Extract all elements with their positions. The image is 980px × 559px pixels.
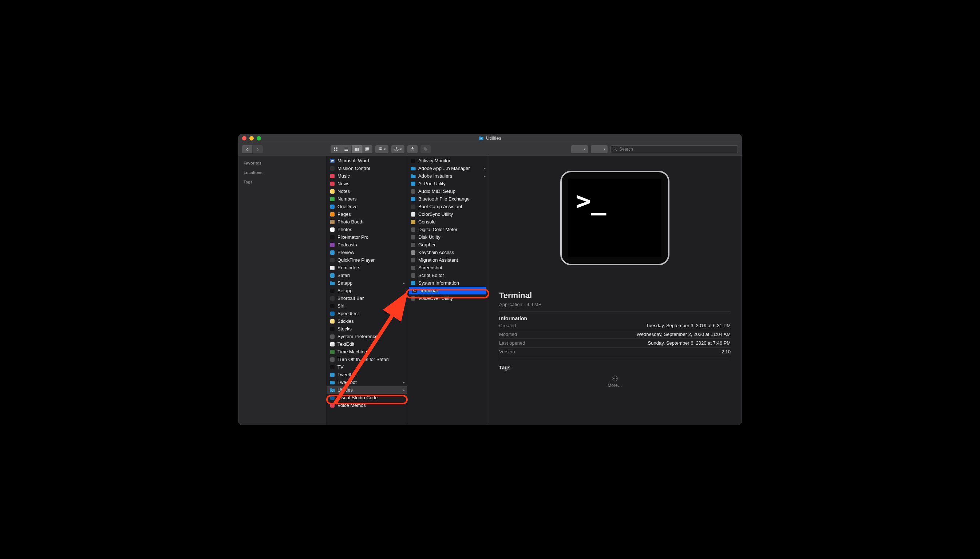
svg-rect-37 bbox=[330, 266, 334, 270]
utils-item[interactable]: Bluetooth File Exchange bbox=[407, 195, 488, 203]
utils-item[interactable]: System Information bbox=[407, 279, 488, 287]
apps-item[interactable]: Setapp bbox=[326, 287, 407, 294]
apps-item[interactable]: Tweetbot▸ bbox=[326, 379, 407, 386]
apps-item[interactable]: Voice Memos bbox=[326, 402, 407, 409]
script-icon bbox=[410, 273, 416, 278]
tags-button[interactable] bbox=[420, 145, 430, 153]
utils-item[interactable]: Screenshot bbox=[407, 264, 488, 271]
apps-item[interactable]: Time Machine bbox=[326, 348, 407, 356]
utils-item[interactable]: ColorSync Utility bbox=[407, 210, 488, 218]
close-button[interactable] bbox=[242, 136, 247, 141]
utils-item[interactable]: Disk Utility bbox=[407, 233, 488, 241]
item-label: Console bbox=[418, 219, 436, 225]
apps-item[interactable]: Siri bbox=[326, 302, 407, 310]
apps-item[interactable]: Stocks bbox=[326, 325, 407, 332]
apps-item[interactable]: Tweetbot bbox=[326, 371, 407, 379]
search-field[interactable] bbox=[611, 145, 738, 153]
utils-item[interactable]: AirPort Utility bbox=[407, 180, 488, 187]
item-label: Boot Camp Assistant bbox=[418, 204, 462, 209]
item-label: Mission Control bbox=[338, 165, 370, 171]
apps-item[interactable]: Mission Control bbox=[326, 164, 407, 172]
apps-item[interactable]: Speedtest bbox=[326, 310, 407, 318]
sysprefs-icon bbox=[329, 334, 335, 339]
content: Favorites Locations Tags WMicrosoft Word… bbox=[238, 156, 742, 425]
dropdown-2[interactable]: ▾ bbox=[591, 145, 608, 153]
view-columns-button[interactable] bbox=[351, 145, 362, 153]
chevron-right-icon: ▸ bbox=[403, 281, 405, 285]
item-label: Utilities bbox=[338, 387, 353, 393]
apps-item[interactable]: Pages bbox=[326, 210, 407, 218]
apps-item[interactable]: Safari bbox=[326, 271, 407, 279]
apps-item[interactable]: Pixelmator Pro bbox=[326, 233, 407, 241]
utils-item[interactable]: Adobe Installers▸ bbox=[407, 172, 488, 180]
utils-item[interactable]: Grapher bbox=[407, 241, 488, 248]
apps-item[interactable]: Photos bbox=[326, 226, 407, 233]
bulb-icon bbox=[329, 357, 335, 362]
item-label: Numbers bbox=[338, 196, 357, 202]
apps-item[interactable]: System Preferences bbox=[326, 332, 407, 340]
info-heading: Information bbox=[499, 316, 731, 321]
more-button[interactable]: ⋯ More… bbox=[499, 370, 731, 393]
apps-item[interactable]: Notes bbox=[326, 187, 407, 195]
maximize-button[interactable] bbox=[257, 136, 261, 141]
utils-item[interactable]: Digital Color Meter bbox=[407, 226, 488, 233]
apps-item[interactable]: News bbox=[326, 180, 407, 187]
item-label: Time Machine bbox=[338, 349, 367, 354]
apps-item[interactable]: QuickTime Player bbox=[326, 256, 407, 264]
utils-item[interactable]: Script Editor bbox=[407, 271, 488, 279]
dropdown-1[interactable]: ▾ bbox=[571, 145, 588, 153]
apps-item[interactable]: TextEdit bbox=[326, 340, 407, 348]
arrange-button[interactable]: ▾ bbox=[375, 145, 389, 153]
action-button[interactable]: ▾ bbox=[391, 145, 404, 153]
svg-rect-7 bbox=[356, 147, 358, 150]
svg-rect-33 bbox=[330, 235, 334, 240]
utils-item[interactable]: Terminal bbox=[409, 287, 487, 294]
svg-rect-49 bbox=[330, 350, 334, 354]
svg-rect-66 bbox=[411, 189, 416, 194]
utils-item[interactable]: Migration Assistant bbox=[407, 256, 488, 264]
sidebar-heading-locations[interactable]: Locations bbox=[243, 168, 321, 177]
item-label: Microsoft Word bbox=[338, 158, 369, 164]
apps-item[interactable]: Photo Booth bbox=[326, 218, 407, 226]
item-label: TV bbox=[338, 364, 344, 370]
column-utilities[interactable]: Activity MonitorAdobe Appl…n Manager▸Ado… bbox=[407, 156, 488, 425]
item-label: Siri bbox=[338, 303, 344, 309]
apps-item[interactable]: OneDrive bbox=[326, 203, 407, 210]
tv-icon bbox=[329, 364, 335, 370]
apps-item[interactable]: Music bbox=[326, 172, 407, 180]
search-input[interactable] bbox=[619, 147, 735, 152]
utils-item[interactable]: Boot Camp Assistant bbox=[407, 203, 488, 210]
photos-icon bbox=[329, 227, 335, 233]
apps-item[interactable]: WMicrosoft Word bbox=[326, 157, 407, 164]
info-key: Modified bbox=[499, 332, 517, 337]
apps-item[interactable]: Setapp▸ bbox=[326, 279, 407, 287]
minimize-button[interactable] bbox=[249, 136, 254, 141]
share-button[interactable] bbox=[407, 145, 417, 153]
column-applications[interactable]: WMicrosoft WordMission ControlMusicNewsN… bbox=[326, 156, 407, 425]
view-icons-button[interactable] bbox=[331, 145, 341, 153]
view-list-button[interactable] bbox=[341, 145, 351, 153]
apps-item[interactable]: Shortcut Bar bbox=[326, 294, 407, 302]
apps-item[interactable]: Visual Studio Code bbox=[326, 394, 407, 402]
apps-item[interactable]: Preview bbox=[326, 248, 407, 256]
apps-item[interactable]: Turn Off th…ts for Safari bbox=[326, 356, 407, 363]
sidebar-heading-tags[interactable]: Tags bbox=[243, 177, 321, 187]
utils-item[interactable]: Adobe Appl…n Manager▸ bbox=[407, 164, 488, 172]
apps-item[interactable]: Podcasts bbox=[326, 241, 407, 248]
apps-item[interactable]: Stickies bbox=[326, 318, 407, 325]
utils-item[interactable]: Keychain Access bbox=[407, 248, 488, 256]
utils-item[interactable]: VoiceOver Utility bbox=[407, 294, 488, 302]
info-key: Created bbox=[499, 323, 516, 328]
utils-item[interactable]: Audio MIDI Setup bbox=[407, 187, 488, 195]
sidebar-heading-favorites[interactable]: Favorites bbox=[243, 158, 321, 168]
apps-item[interactable]: TV bbox=[326, 363, 407, 371]
apps-item[interactable]: Reminders bbox=[326, 264, 407, 271]
utils-item[interactable]: Console bbox=[407, 218, 488, 226]
apps-item[interactable]: Utilities▸ bbox=[326, 386, 407, 394]
view-gallery-button[interactable] bbox=[362, 145, 372, 153]
utils-item[interactable]: Activity Monitor bbox=[407, 157, 488, 164]
forward-button[interactable] bbox=[252, 145, 263, 153]
svg-rect-46 bbox=[330, 327, 334, 331]
apps-item[interactable]: Numbers bbox=[326, 195, 407, 203]
back-button[interactable] bbox=[242, 145, 252, 153]
